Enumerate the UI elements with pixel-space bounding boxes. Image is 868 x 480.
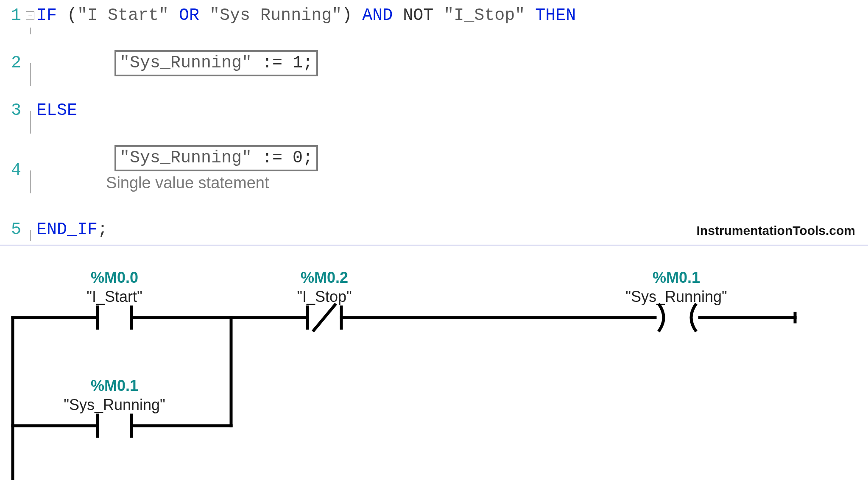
line-number: 4: [8, 159, 21, 182]
coil-icon: [659, 305, 664, 330]
fold-minus-icon[interactable]: −: [26, 11, 34, 20]
scl-code-pane: 1 − IF ("I Start" OR "Sys Running") AND …: [0, 0, 868, 246]
code-text: IF ("I Start" OR "Sys Running") AND NOT …: [36, 4, 576, 27]
line-number: 3: [8, 99, 21, 122]
line-number: 5: [8, 218, 21, 241]
code-text: "Sys_Running" := 1;: [36, 27, 318, 99]
boxed-statement-1: "Sys_Running" := 1;: [114, 50, 318, 76]
code-text: ELSE: [36, 99, 77, 122]
ladder-diagram: %M0.0 "I_Start" %M0.2 "I_Stop" %M0.1 "Sy…: [0, 246, 868, 480]
watermark: InstrumentationTools.com: [697, 219, 855, 242]
coil-icon: [691, 305, 695, 330]
code-line-2: 2 "Sys_Running" := 1;: [8, 27, 860, 99]
fold-gutter[interactable]: −: [24, 11, 36, 20]
code-text: END_IF;: [36, 218, 108, 241]
ladder-svg: [0, 246, 868, 480]
annotation-label: Single value statement: [106, 171, 269, 194]
code-line-3: 3 ELSE: [8, 99, 860, 122]
code-line-1: 1 − IF ("I Start" OR "Sys Running") AND …: [8, 4, 860, 27]
code-line-4: 4 "Sys_Running" := 0; Single value state…: [8, 122, 860, 218]
boxed-statement-2: "Sys_Running" := 0;: [114, 145, 318, 171]
line-number: 2: [8, 52, 21, 75]
line-number: 1: [8, 4, 21, 27]
code-text: "Sys_Running" := 0; Single value stateme…: [36, 122, 318, 218]
nc-contact-slash-icon: [314, 305, 335, 330]
